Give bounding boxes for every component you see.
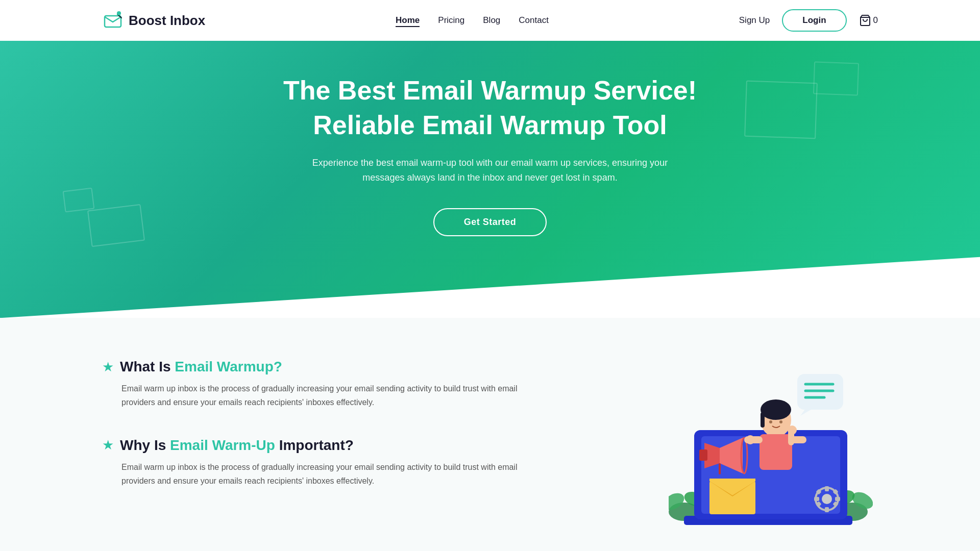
svg-point-40 <box>769 420 772 423</box>
logo-link[interactable]: Boost Inbox <box>102 10 205 31</box>
deco-rect-top-right-inner <box>813 61 859 95</box>
svg-point-41 <box>779 420 782 423</box>
why-is-desc: Email warm up inbox is the process of gr… <box>121 461 521 488</box>
nav-links: Home Pricing Blog Contact <box>396 15 549 26</box>
what-is-title-highlight: Email Warmup? <box>175 359 282 374</box>
what-is-title-plain: What Is <box>120 359 175 374</box>
svg-rect-33 <box>761 412 765 428</box>
svg-rect-34 <box>760 434 792 470</box>
content-section: ★ What Is Email Warmup? Email warm up in… <box>0 318 980 551</box>
hero-title-line2: Reliable Email Warmup Tool <box>283 109 697 141</box>
svg-rect-19 <box>825 507 829 512</box>
svg-rect-27 <box>699 449 707 461</box>
why-is-title-highlight: Email Warm-Up <box>170 437 275 453</box>
what-is-desc: Email warm up inbox is the process of gr… <box>121 382 521 410</box>
why-is-star-icon: ★ <box>102 437 114 453</box>
nav-pricing[interactable]: Pricing <box>438 15 464 25</box>
what-is-star-icon: ★ <box>102 359 114 375</box>
svg-rect-20 <box>814 497 819 501</box>
cart-area[interactable]: 0 <box>859 14 878 27</box>
why-is-title: Why Is Email Warm-Up Important? <box>120 437 354 454</box>
what-is-header: ★ What Is Email Warmup? <box>102 359 521 375</box>
deco-rect-bottom-left-inner <box>63 188 95 213</box>
brand-name: Boost Inbox <box>129 13 205 29</box>
svg-point-32 <box>761 399 791 420</box>
why-is-title-plain: Why Is <box>120 437 170 453</box>
what-is-title: What Is Email Warmup? <box>120 359 282 375</box>
svg-point-39 <box>788 425 797 435</box>
nav-contact[interactable]: Contact <box>519 15 549 25</box>
svg-point-2 <box>117 11 121 15</box>
content-illustration <box>664 359 878 532</box>
deco-rect-bottom-left-outer <box>87 204 145 247</box>
svg-point-17 <box>822 494 832 504</box>
nav-blog[interactable]: Blog <box>483 15 500 25</box>
hero-content: The Best Email Warmup Service! Reliable … <box>283 74 697 236</box>
nav-right: Sign Up Login 0 <box>739 9 878 32</box>
hero-section: The Best Email Warmup Service! Reliable … <box>0 41 980 318</box>
why-is-header: ★ Why Is Email Warm-Up Important? <box>102 437 521 454</box>
why-is-title-after: Important? <box>275 437 354 453</box>
why-is-block: ★ Why Is Email Warm-Up Important? Email … <box>102 437 521 488</box>
hero-title-line1: The Best Email Warmup Service! <box>283 74 697 106</box>
login-button[interactable]: Login <box>782 9 846 32</box>
what-is-block: ★ What Is Email Warmup? Email warm up in… <box>102 359 521 410</box>
hero-description: Experience the best email warm-up tool w… <box>311 156 669 186</box>
svg-marker-46 <box>800 409 813 416</box>
logo-icon <box>102 10 124 31</box>
signup-link[interactable]: Sign Up <box>739 15 770 26</box>
svg-point-38 <box>746 435 755 444</box>
deco-rect-top-right-outer <box>744 81 818 139</box>
svg-rect-21 <box>835 497 840 501</box>
get-started-button[interactable]: Get Started <box>433 208 547 236</box>
svg-rect-18 <box>825 486 829 491</box>
nav-home[interactable]: Home <box>396 15 420 27</box>
cart-count: 0 <box>873 15 878 26</box>
navbar: Boost Inbox Home Pricing Blog Contact Si… <box>0 0 980 41</box>
content-left: ★ What Is Email Warmup? Email warm up in… <box>102 359 521 516</box>
cart-icon <box>859 14 871 27</box>
illustration-svg <box>669 359 873 532</box>
